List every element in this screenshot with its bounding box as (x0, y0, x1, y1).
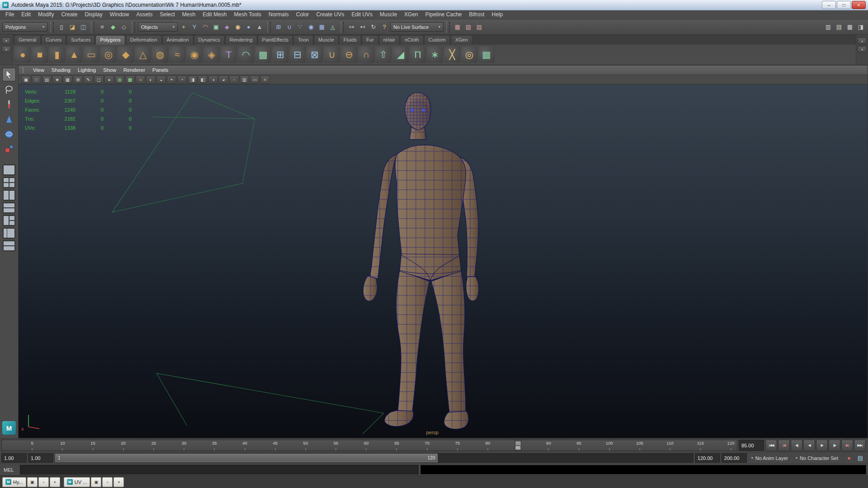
panel-menu-show[interactable]: Show (99, 66, 120, 75)
shelf-tab-ncloth[interactable]: nCloth (400, 35, 424, 45)
use-all-lights-icon[interactable]: ○ (136, 75, 145, 84)
poly-combine-icon[interactable]: ⊞ (272, 47, 288, 63)
status-grip[interactable] (267, 22, 271, 33)
panel-menu-panels[interactable]: Panels (149, 66, 172, 75)
minimize-window-icon[interactable]: ▫ (102, 477, 113, 487)
poly-soccer-ball-icon[interactable]: ◉ (186, 47, 203, 63)
shelf-scroll-down-icon[interactable]: ▾ (858, 46, 867, 53)
construction-history-icon[interactable]: ↻ (368, 22, 378, 32)
isolate-select-icon[interactable]: ▫ (229, 75, 239, 84)
status-grip[interactable] (91, 22, 94, 33)
anim-layer-selector[interactable]: ▾ No Anim Layer (748, 453, 791, 463)
status-grip[interactable] (340, 22, 344, 33)
paint-select-tool[interactable] (2, 98, 16, 111)
close-button[interactable]: × (852, 1, 866, 9)
panel-menu-shading[interactable]: Shading (48, 66, 74, 75)
shelf-tab-custom[interactable]: Custom (424, 35, 450, 45)
minimize-button[interactable]: – (822, 1, 836, 9)
poly-type-icon[interactable]: T (221, 47, 237, 63)
minimized-window-1[interactable]: MHy... (2, 477, 26, 487)
mask-handles-icon[interactable]: + (179, 22, 189, 32)
auto-keyframe-icon[interactable]: ● (844, 453, 854, 463)
scale-tool[interactable] (2, 142, 16, 156)
menu-modify[interactable]: Modify (34, 10, 57, 19)
persp-graph-layout[interactable] (3, 240, 15, 251)
menu-create-uvs[interactable]: Create UVs (312, 10, 348, 19)
menu-window[interactable]: Window (106, 10, 133, 19)
command-input[interactable] (20, 465, 419, 474)
range-slider-groove[interactable]: 1 120 (55, 453, 693, 463)
range-slider-bar[interactable]: 1 120 (55, 454, 438, 462)
wireframe-on-shaded-icon[interactable]: ◍ (115, 75, 124, 84)
play-forward-button[interactable]: ▶ (816, 440, 828, 451)
make-live-icon[interactable]: ◬ (328, 22, 338, 32)
human-mesh[interactable] (363, 93, 479, 429)
select-hierarchy-icon[interactable]: ≡ (97, 22, 107, 32)
menu-muscle[interactable]: Muscle (376, 10, 401, 19)
menu-create[interactable]: Create (57, 10, 81, 19)
anim-preferences-icon[interactable]: ▤ (855, 453, 865, 463)
shadows-icon[interactable]: ◐ (146, 75, 156, 84)
merge-vertices-icon[interactable]: ∗ (427, 47, 443, 63)
step-back-key-button[interactable]: |◀ (778, 440, 790, 451)
close-window-icon[interactable]: × (113, 477, 124, 487)
poly-platonic-icon[interactable]: ◈ (203, 47, 220, 63)
animation-end-field[interactable]: 200.00 (722, 453, 747, 463)
xray-mode-icon[interactable]: ◨ (188, 75, 197, 84)
mask-curves-icon[interactable]: ◠ (200, 22, 210, 32)
hud-toggle-icon[interactable]: ≡ (260, 75, 270, 84)
input-connections-icon[interactable]: ↦ (347, 22, 357, 32)
poly-extract-icon[interactable]: ⊠ (307, 47, 323, 63)
menu-file[interactable]: File (2, 10, 18, 19)
attribute-editor-toggle-icon[interactable]: ▥ (823, 22, 833, 32)
mask-rendering-icon[interactable]: ● (244, 22, 254, 32)
menu-xgen[interactable]: XGen (401, 10, 422, 19)
four-pane-layout[interactable] (3, 177, 15, 188)
panel-menu-lighting[interactable]: Lighting (74, 66, 99, 75)
textured-mode-icon[interactable]: ▩ (125, 75, 135, 84)
boolean-intersection-icon[interactable]: ∩ (358, 47, 374, 63)
snap-to-grids-icon[interactable]: ⊞ (274, 22, 283, 32)
playback-end-field[interactable]: 120.00 (695, 453, 720, 463)
poly-extrude-icon[interactable]: ⇧ (375, 47, 392, 63)
screen-space-ao-icon[interactable]: ◒ (156, 75, 166, 84)
mask-deformations-icon[interactable]: ◈ (222, 22, 232, 32)
step-forward-frame-button[interactable]: |▶ (829, 440, 840, 451)
step-back-frame-button[interactable]: ◀| (791, 440, 802, 451)
single-pane-layout[interactable] (3, 164, 15, 175)
panel-grip-icon[interactable] (23, 67, 27, 73)
render-current-frame-icon[interactable]: ▦ (453, 22, 462, 32)
motion-blur-icon[interactable]: ◓ (167, 75, 176, 84)
poly-pipe-icon[interactable]: ◍ (152, 47, 168, 63)
menu-bifrost[interactable]: Bifrost (466, 10, 488, 19)
maximize-button[interactable]: □ (837, 1, 851, 9)
menu-edit[interactable]: Edit (18, 10, 34, 19)
menu-mesh[interactable]: Mesh (179, 10, 199, 19)
field-chart-icon[interactable]: ▥ (240, 75, 249, 84)
time-slider-strip[interactable]: 85 5101520253035404550556065707580859095… (1, 440, 737, 451)
rotate-tool[interactable] (2, 127, 16, 141)
select-camera-icon[interactable]: ▣ (21, 75, 31, 84)
select-object-icon[interactable]: ◆ (108, 22, 118, 32)
animation-start-field[interactable]: 1.00 (1, 453, 27, 463)
ipr-render-icon[interactable]: ▧ (463, 22, 473, 32)
channel-box-toggle-icon[interactable]: ▦ (845, 22, 855, 32)
play-backwards-button[interactable]: ◀ (803, 440, 815, 451)
poly-prism-icon[interactable]: ◆ (118, 47, 134, 63)
selection-mask-combo[interactable]: Objects▾ (138, 22, 178, 32)
status-grip[interactable] (446, 22, 450, 33)
grease-pencil-icon[interactable]: ✎ (84, 75, 93, 84)
menu-normals[interactable]: Normals (265, 10, 292, 19)
select-tool[interactable] (2, 68, 16, 81)
poly-bridge-icon[interactable]: Π (410, 47, 426, 63)
exposure-icon[interactable]: ◑ (208, 75, 218, 84)
mask-joints-icon[interactable]: Y (189, 22, 199, 32)
panel-menu-renderer[interactable]: Renderer (120, 66, 149, 75)
go-to-end-button[interactable]: ▶▶| (854, 440, 866, 451)
shelf-tab-dynamics[interactable]: Dynamics (194, 35, 225, 45)
poly-pyramid-icon[interactable]: △ (135, 47, 151, 63)
poly-torus-icon[interactable]: ◎ (100, 47, 117, 63)
shelf-tab-toon[interactable]: Toon (293, 35, 313, 45)
status-grip[interactable] (50, 22, 54, 33)
menu-edit-mesh[interactable]: Edit Mesh (199, 10, 230, 19)
